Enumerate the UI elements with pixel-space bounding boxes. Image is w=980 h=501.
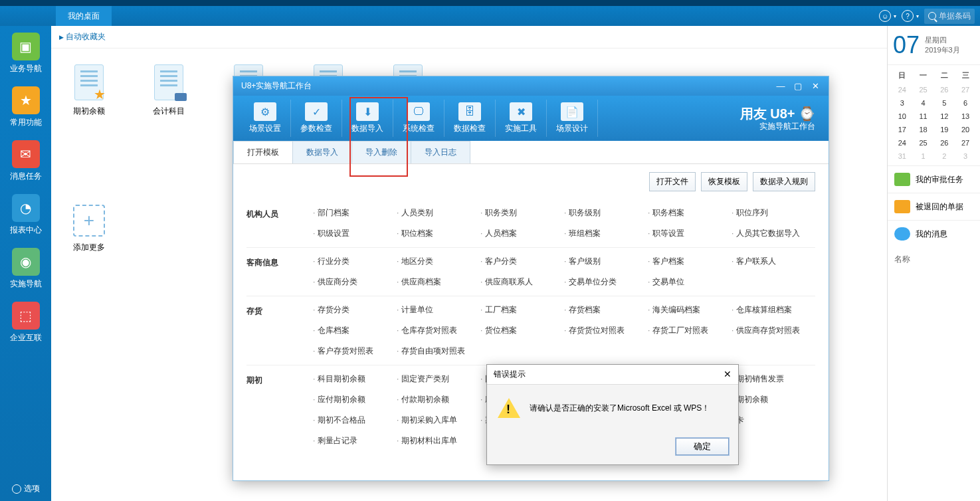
tab-数据导入[interactable]: 数据导入 (292, 141, 352, 163)
category-item[interactable]: 存货自由项对照表 (397, 346, 480, 357)
category-item[interactable]: 地区分类 (397, 256, 480, 267)
category-item[interactable]: 人员类别 (397, 207, 480, 219)
cal-day[interactable]: 25 (913, 83, 934, 96)
category-item[interactable]: 客户联系人 (732, 256, 815, 267)
cal-day[interactable]: 10 (892, 110, 913, 123)
category-item[interactable]: 客户存货对照表 (313, 346, 397, 357)
sidebar-options[interactable]: 选项 (5, 476, 47, 501)
category-item[interactable]: 存货分类 (313, 304, 397, 316)
category-item[interactable]: 仓库档案 (313, 325, 397, 336)
tab-导入删除[interactable]: 导入删除 (351, 141, 411, 163)
toolbar-场景设置[interactable]: ⚙场景设置 (240, 100, 291, 137)
category-item[interactable]: 供应商分类 (313, 276, 397, 288)
category-item[interactable]: 卡 (732, 415, 815, 426)
category-item[interactable]: 应付期初余额 (313, 394, 397, 405)
category-item[interactable]: 存货工厂对照表 (648, 325, 732, 336)
sidebar-item-report[interactable]: ◔报表中心 (10, 194, 42, 236)
sidebar-item-biznav[interactable]: ▣业务导航 (10, 33, 42, 74)
category-item[interactable]: 供应商存货对照表 (732, 325, 815, 336)
cal-day[interactable]: 31 (892, 150, 913, 163)
tab-打开模板[interactable]: 打开模板 (233, 141, 293, 163)
my-messages[interactable]: 我的消息 (888, 220, 980, 247)
category-item[interactable]: 固定资产类别 (397, 373, 480, 385)
cal-day[interactable]: 19 (934, 123, 955, 136)
category-item[interactable]: 职务档案 (648, 207, 732, 219)
cal-day[interactable]: 6 (955, 96, 976, 110)
cal-day[interactable]: 5 (934, 96, 955, 110)
category-item[interactable]: 供应商档案 (397, 276, 480, 288)
category-item[interactable]: 客户档案 (648, 256, 732, 267)
category-item[interactable]: 客户分类 (480, 256, 564, 267)
cal-day[interactable]: 26 (934, 136, 955, 150)
category-item[interactable]: 期初不合格品 (313, 415, 397, 426)
minimize-icon[interactable]: — (775, 81, 786, 91)
toolbar-数据导入[interactable]: ⬇数据导入 (342, 100, 393, 137)
category-item[interactable]: 部门档案 (313, 207, 397, 219)
my-approve-tasks[interactable]: 我的审批任务 (888, 165, 980, 193)
category-item[interactable]: 交易单位分类 (564, 276, 648, 288)
category-item[interactable]: 期初销售发票 (732, 373, 815, 385)
category-item[interactable]: 班组档案 (564, 228, 648, 239)
category-item[interactable]: 客户级别 (564, 256, 648, 267)
cal-day[interactable]: 12 (934, 110, 955, 123)
category-item[interactable]: 职级设置 (313, 228, 397, 239)
tab-desktop[interactable]: 我的桌面 (56, 6, 112, 27)
category-item[interactable]: 计量单位 (397, 304, 480, 316)
cal-day[interactable]: 27 (955, 83, 976, 96)
category-item[interactable]: 仓库存货对照表 (397, 325, 480, 336)
cal-day[interactable]: 4 (913, 96, 934, 110)
sidebar-item-common[interactable]: ★常用功能 (10, 86, 42, 128)
category-item[interactable]: 职务级别 (564, 207, 648, 219)
add-more[interactable]: +添加更多 (71, 205, 107, 253)
cal-day[interactable]: 1 (913, 150, 934, 163)
category-item[interactable]: 付款期初余额 (397, 394, 480, 405)
close-icon[interactable]: ✕ (724, 369, 732, 380)
cal-day[interactable]: 3 (955, 150, 976, 163)
ok-button[interactable]: 确定 (676, 438, 729, 455)
cal-day[interactable]: 27 (955, 136, 976, 150)
cal-day[interactable]: 24 (892, 83, 913, 96)
toolbar-系统检查[interactable]: 🖵系统检查 (393, 100, 444, 137)
desktop-item[interactable]: 期初余额 (71, 64, 107, 117)
category-item[interactable]: 仓库核算组档案 (732, 304, 815, 316)
cal-day[interactable]: 24 (892, 136, 913, 150)
category-item[interactable]: 职等设置 (648, 228, 732, 239)
category-item[interactable]: 人员其它数据导入 (732, 228, 815, 239)
returned-docs[interactable]: 被退回的单据 (888, 193, 980, 220)
cal-day[interactable]: 11 (913, 110, 934, 123)
category-item[interactable]: 存货货位对照表 (564, 325, 648, 336)
cal-day[interactable]: 2 (934, 150, 955, 163)
toolbar-参数检查[interactable]: ✓参数检查 (291, 100, 342, 137)
category-item[interactable]: 人员档案 (480, 228, 564, 239)
category-item[interactable]: 职位档案 (397, 228, 480, 239)
maximize-icon[interactable]: ▢ (793, 81, 803, 91)
toolbar-数据检查[interactable]: 🗄数据检查 (444, 100, 496, 137)
toolbar-实施工具[interactable]: ✖实施工具 (496, 100, 547, 137)
category-item[interactable]: 供应商联系人 (480, 276, 564, 288)
cal-day[interactable]: 3 (892, 96, 913, 110)
category-item[interactable]: 期初余额 (732, 394, 815, 405)
category-item[interactable]: 交易单位 (648, 276, 732, 288)
cal-day[interactable]: 26 (934, 83, 955, 96)
toolbar-场景设计[interactable]: 📄场景设计 (547, 100, 598, 137)
category-item[interactable]: 行业分类 (313, 256, 397, 267)
action-恢复模板[interactable]: 恢复模板 (701, 172, 747, 191)
cal-day[interactable]: 13 (955, 110, 976, 123)
cal-day[interactable]: 18 (913, 123, 934, 136)
cal-day[interactable]: 25 (913, 136, 934, 150)
help-icon[interactable]: ? (902, 10, 914, 22)
category-item[interactable]: 存货档案 (564, 304, 648, 316)
category-item[interactable]: 期初采购入库单 (397, 415, 480, 426)
category-item[interactable]: 科目期初余额 (313, 373, 397, 385)
category-item[interactable]: 职务类别 (480, 207, 564, 219)
action-数据录入规则[interactable]: 数据录入规则 (753, 172, 815, 191)
search-box[interactable]: 单据条码 (924, 9, 975, 24)
tab-导入日志[interactable]: 导入日志 (411, 141, 470, 163)
category-item[interactable]: 期初材料出库单 (397, 435, 480, 447)
cal-day[interactable]: 17 (892, 123, 913, 136)
cal-day[interactable]: 20 (955, 123, 976, 136)
category-item[interactable]: 剩量占记录 (313, 435, 397, 447)
sidebar-item-ent[interactable]: ⬚企业互联 (10, 302, 42, 344)
favorites-bar[interactable]: 自动收藏夹 (51, 26, 887, 49)
category-item[interactable]: 工厂档案 (480, 304, 564, 316)
